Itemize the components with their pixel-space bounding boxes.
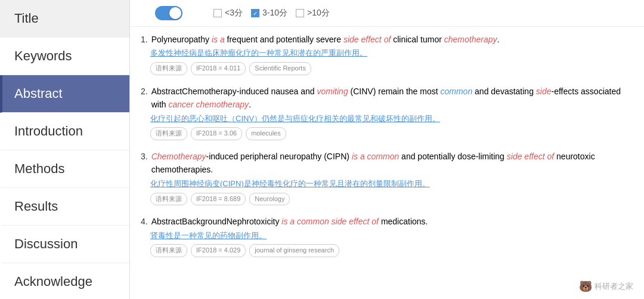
tag-journal: journal of ginseng research bbox=[249, 244, 339, 257]
toggle-track bbox=[155, 6, 182, 20]
en-part: clinical tumor bbox=[391, 35, 444, 44]
tag-journal: Scientific Reports bbox=[249, 62, 311, 75]
sidebar-item-introduction[interactable]: Introduction bbox=[0, 113, 129, 150]
result-number-2: 2. bbox=[141, 85, 148, 98]
sidebar: TitleKeywordsAbstractIntroductionMethods… bbox=[0, 0, 130, 299]
cn-text-4: 肾毒性是一种常见的药物副作用。 bbox=[141, 230, 633, 242]
en-part: side effect of bbox=[507, 152, 554, 161]
en-part: AbstractBackgroundNephrotoxicity bbox=[151, 217, 282, 226]
filter-gt10[interactable]: >10分 bbox=[296, 8, 330, 19]
en-part: frequent and potentially severe bbox=[225, 35, 343, 44]
filter-label-gt10: >10分 bbox=[307, 8, 330, 19]
content-area: 1.Polyneuropathy is a frequent and poten… bbox=[130, 27, 644, 299]
result-number-1: 1. bbox=[141, 33, 148, 46]
tag-if: IF2018 = 8.689 bbox=[191, 193, 246, 206]
result-item-1: 1.Polyneuropathy is a frequent and poten… bbox=[141, 33, 633, 75]
sidebar-item-keywords[interactable]: Keywords bbox=[0, 38, 129, 75]
en-part: vomiting bbox=[317, 87, 348, 96]
tag-if: IF2018 = 4.029 bbox=[191, 244, 246, 257]
watermark-icon: 🐻 bbox=[579, 280, 592, 293]
en-part: and devastating bbox=[472, 87, 536, 96]
tags-2: 语料来源IF2018 = 3.06molecules bbox=[141, 127, 633, 140]
en-part: and potentially dose-limiting bbox=[399, 152, 507, 161]
watermark-text: 科研者之家 bbox=[595, 281, 633, 292]
en-part: (CINV) remain the most bbox=[348, 87, 441, 96]
en-text-2: 2.AbstractChemotherapy-induced nausea an… bbox=[141, 85, 633, 112]
cn-text-3: 化疗性周围神经病变(CIPN)是神经毒性化疗的一种常见且潜在的剂量限制副作用。 bbox=[141, 178, 633, 190]
filter-range310[interactable]: 3-10分 bbox=[251, 8, 287, 19]
tag-source: 语料来源 bbox=[150, 62, 187, 75]
translate-toggle[interactable] bbox=[155, 6, 182, 20]
en-part: Polyneuropathy bbox=[151, 35, 212, 44]
toolbar: <3分3-10分>10分 bbox=[130, 0, 644, 27]
en-part: chemotherapy bbox=[444, 35, 497, 44]
en-part: side bbox=[536, 87, 552, 96]
tag-if: IF2018 = 4.011 bbox=[191, 62, 246, 75]
result-number-4: 4. bbox=[141, 215, 148, 228]
filter-group: <3分3-10分>10分 bbox=[213, 8, 330, 19]
checkbox-lt3[interactable] bbox=[213, 9, 222, 17]
tags-1: 语料来源IF2018 = 4.011Scientific Reports bbox=[141, 62, 633, 75]
sidebar-item-results[interactable]: Results bbox=[0, 188, 129, 226]
tag-source: 语料来源 bbox=[150, 244, 187, 257]
filter-label-range310: 3-10分 bbox=[262, 8, 287, 19]
filter-lt3[interactable]: <3分 bbox=[213, 8, 243, 19]
en-text-4: 4.AbstractBackgroundNephrotoxicity is a … bbox=[141, 215, 633, 228]
en-part: is a common side effect of bbox=[281, 217, 379, 226]
en-part: AbstractChemotherapy-induced nausea and bbox=[151, 87, 317, 96]
sidebar-item-title[interactable]: Title bbox=[0, 0, 129, 38]
en-part: -induced peripheral neuropathy (CIPN) bbox=[206, 152, 352, 161]
en-part: common bbox=[441, 87, 473, 96]
tag-journal: Neurology bbox=[249, 193, 290, 206]
filter-label-lt3: <3分 bbox=[225, 8, 243, 19]
en-part: is a bbox=[212, 35, 225, 44]
result-item-4: 4.AbstractBackgroundNephrotoxicity is a … bbox=[141, 215, 633, 257]
sidebar-item-abstract[interactable]: Abstract bbox=[0, 75, 129, 113]
tags-3: 语料来源IF2018 = 8.689Neurology bbox=[141, 193, 633, 206]
en-part: Chemotherapy bbox=[151, 152, 206, 161]
sidebar-item-acknowledge[interactable]: Acknowledge bbox=[0, 263, 129, 299]
en-part: medications. bbox=[379, 217, 428, 226]
result-item-3: 3.Chemotherapy-induced peripheral neurop… bbox=[141, 150, 633, 205]
result-number-3: 3. bbox=[141, 150, 148, 163]
en-text-3: 3.Chemotherapy-induced peripheral neurop… bbox=[141, 150, 633, 177]
cn-text-2: 化疗引起的恶心和呕吐（CINV）仍然是与癌症化疗相关的最常见和破坏性的副作用。 bbox=[141, 113, 633, 125]
tag-journal: molecules bbox=[246, 127, 286, 140]
toggle-thumb bbox=[169, 7, 181, 19]
tags-4: 语料来源IF2018 = 4.029journal of ginseng res… bbox=[141, 244, 633, 257]
en-text-1: 1.Polyneuropathy is a frequent and poten… bbox=[141, 33, 633, 46]
en-part: . bbox=[497, 35, 500, 44]
main-content: <3分3-10分>10分 1.Polyneuropathy is a frequ… bbox=[130, 0, 644, 299]
sidebar-item-methods[interactable]: Methods bbox=[0, 150, 129, 188]
en-part: cancer chemotherapy bbox=[168, 100, 249, 109]
result-item-2: 2.AbstractChemotherapy-induced nausea an… bbox=[141, 85, 633, 140]
en-part: . bbox=[249, 100, 251, 109]
watermark: 🐻科研者之家 bbox=[579, 280, 633, 293]
checkbox-range310[interactable] bbox=[251, 9, 259, 17]
checkbox-gt10[interactable] bbox=[296, 9, 304, 17]
tag-source: 语料来源 bbox=[150, 127, 187, 140]
sidebar-item-discussion[interactable]: Discussion bbox=[0, 226, 129, 263]
tag-source: 语料来源 bbox=[150, 193, 187, 206]
en-part: is a common bbox=[352, 152, 399, 161]
tag-if: IF2018 = 3.06 bbox=[191, 127, 242, 140]
en-part: side effect of bbox=[343, 35, 391, 44]
cn-text-1: 多发性神经病是临床肿瘤化疗的一种常见和潜在的严重副作用。 bbox=[141, 47, 633, 60]
